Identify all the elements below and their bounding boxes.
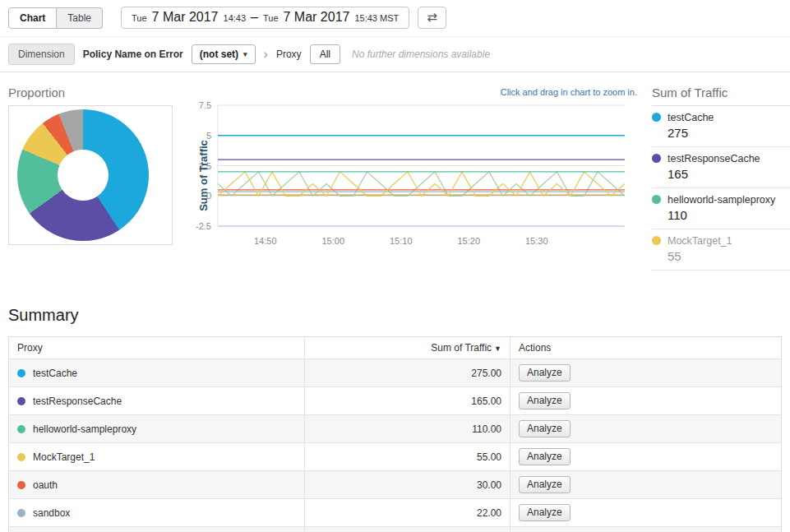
donut-hole: [58, 150, 109, 201]
line-chart-container: Sum of Traffic 7.552.50-2.514:5015:0015:…: [185, 99, 641, 263]
series-color-dot: [652, 195, 661, 204]
svg-text:7.5: 7.5: [199, 100, 211, 110]
traffic-value: 30.00: [305, 471, 510, 499]
proportion-donut-container: [8, 105, 173, 245]
legend-item[interactable]: MockTarget_155: [652, 229, 790, 271]
legend-panel: Sum of Traffic testCache275testResponseC…: [652, 86, 790, 271]
analyze-button[interactable]: Analyze: [519, 420, 571, 437]
summary-section: Summary Proxy Sum of Traffic▼ Actions te…: [0, 306, 790, 532]
dimension-name-label: Policy Name on Error: [83, 49, 183, 60]
proxy-name: MockTarget_1: [33, 451, 95, 463]
svg-text:14:50: 14:50: [254, 236, 277, 246]
series-color-dot: [17, 369, 25, 377]
legend-title: Sum of Traffic: [652, 86, 790, 106]
legend-item[interactable]: helloworld-sampleproxy110: [652, 188, 790, 229]
svg-text:15:30: 15:30: [525, 236, 548, 246]
legend-series-value: 55: [668, 249, 790, 263]
series-color-dot: [17, 481, 25, 489]
view-toggle: Chart Table: [8, 7, 103, 29]
traffic-value: 16.00: [305, 527, 510, 532]
column-header-traffic[interactable]: Sum of Traffic▼: [305, 337, 510, 359]
series-color-dot: [652, 236, 661, 245]
legend-series-name: testCache: [668, 112, 714, 123]
date-range-separator: –: [251, 10, 258, 25]
proxy-name: testResponseCache: [33, 396, 122, 407]
table-row: testResponseCache165.00Analyze: [9, 387, 782, 415]
chart-toggle-button[interactable]: Chart: [8, 7, 57, 29]
column-header-actions: Actions: [510, 337, 782, 359]
analyze-button[interactable]: Analyze: [519, 364, 571, 382]
dimension-button[interactable]: Dimension: [8, 44, 75, 65]
table-row: MockTarget_155.00Analyze: [9, 443, 782, 471]
end-time: 15:43 MST: [354, 13, 399, 23]
start-time: 14:43: [224, 13, 247, 23]
refresh-icon: ⇄: [427, 10, 437, 24]
proportion-title: Proportion: [8, 86, 65, 99]
column-header-proxy: Proxy: [9, 337, 305, 359]
svg-text:15:20: 15:20: [457, 236, 480, 246]
dimension-value: (not set): [200, 49, 238, 60]
charts-section: Proportion Click and drag in chart to zo…: [0, 72, 790, 285]
traffic-value: 55.00: [305, 443, 510, 471]
zoom-hint: Click and drag in chart to zoom in.: [444, 87, 637, 97]
proxy-name: oauth: [33, 479, 58, 491]
dimension-toolbar: Dimension Policy Name on Error (not set)…: [0, 37, 790, 72]
legend-series-name: helloworld-sampleproxy: [668, 194, 775, 206]
sort-desc-icon: ▼: [494, 345, 501, 353]
proxy-name: sandbox: [33, 507, 70, 519]
app-root: Chart Table Tue 7 Mar 2017 14:43 – Tue 7…: [0, 0, 790, 532]
table-row: mgmtapi16.00Analyze: [9, 527, 782, 532]
summary-table: Proxy Sum of Traffic▼ Actions testCache2…: [8, 336, 782, 532]
table-row: testCache275.00Analyze: [9, 359, 782, 387]
analyze-button[interactable]: Analyze: [519, 448, 571, 465]
legend-series-value: 275: [668, 126, 790, 140]
proxy-name: helloworld-sampleproxy: [33, 423, 136, 435]
top-toolbar: Chart Table Tue 7 Mar 2017 14:43 – Tue 7…: [0, 0, 790, 37]
legend-series-value: 110: [668, 208, 790, 222]
svg-text:15:10: 15:10: [390, 236, 413, 246]
series-color-dot: [17, 397, 25, 405]
proxy-label: Proxy: [276, 49, 302, 60]
summary-title: Summary: [8, 306, 782, 325]
series-color-dot: [17, 509, 25, 517]
end-date: 7 Mar 2017: [284, 10, 350, 25]
legend-series-name: testResponseCache: [668, 153, 760, 164]
table-row: oauth30.00Analyze: [9, 471, 782, 499]
y-axis-label: Sum of Traffic: [197, 127, 210, 225]
date-range-picker[interactable]: Tue 7 Mar 2017 14:43 – Tue 7 Mar 2017 15…: [121, 7, 409, 29]
traffic-value: 275.00: [305, 359, 510, 387]
series-color-dot: [652, 113, 661, 122]
table-toggle-button[interactable]: Table: [57, 7, 103, 29]
column-header-traffic-label: Sum of Traffic: [431, 342, 492, 354]
series-color-dot: [17, 425, 25, 433]
start-date: 7 Mar 2017: [152, 10, 219, 25]
legend-item[interactable]: testResponseCache165: [652, 147, 790, 188]
proxy-name: testCache: [33, 368, 77, 379]
analyze-button[interactable]: Analyze: [519, 476, 571, 493]
traffic-line-chart[interactable]: 7.552.50-2.514:5015:0015:1015:2015:30: [185, 99, 641, 255]
analyze-button[interactable]: Analyze: [519, 504, 571, 521]
chevron-right-icon: ›: [264, 48, 268, 61]
series-color-dot: [652, 154, 661, 163]
table-row: helloworld-sampleproxy110.00Analyze: [9, 415, 782, 443]
legend-items: testCache275testResponseCache165hellowor…: [652, 106, 790, 271]
dimensions-note: No further dimensions available: [352, 49, 490, 60]
traffic-value: 22.00: [305, 499, 510, 527]
table-row: sandbox22.00Analyze: [9, 499, 782, 527]
start-day-of-week: Tue: [132, 13, 147, 23]
legend-item[interactable]: testCache275: [652, 106, 790, 147]
proportion-donut-chart[interactable]: [17, 109, 149, 241]
proxy-all-button[interactable]: All: [310, 44, 340, 64]
traffic-value: 165.00: [305, 387, 510, 415]
series-color-dot: [17, 453, 25, 461]
refresh-button[interactable]: ⇄: [418, 7, 446, 29]
legend-series-value: 165: [668, 167, 790, 181]
analyze-button[interactable]: Analyze: [519, 392, 571, 409]
traffic-value: 110.00: [305, 415, 510, 443]
legend-series-name: MockTarget_1: [668, 235, 732, 247]
end-day-of-week: Tue: [263, 13, 279, 23]
dimension-value-dropdown[interactable]: (not set) ▾: [192, 44, 256, 64]
caret-down-icon: ▾: [243, 50, 247, 58]
svg-text:15:00: 15:00: [321, 236, 344, 246]
table-header-row: Proxy Sum of Traffic▼ Actions: [9, 337, 782, 359]
